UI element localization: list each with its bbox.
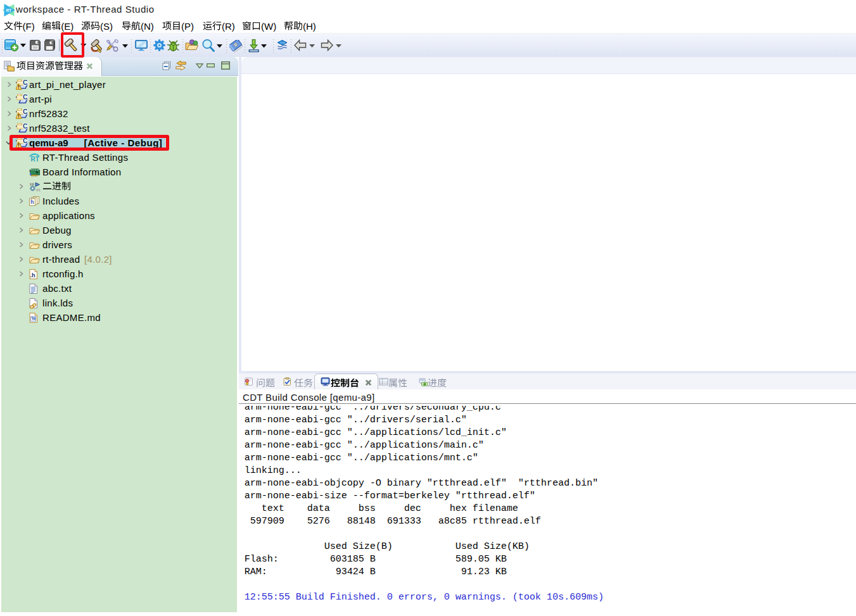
svg-text:W: W <box>32 316 37 322</box>
svg-text:01: 01 <box>36 187 41 192</box>
svg-text:C: C <box>23 123 28 130</box>
svg-text:h: h <box>30 199 34 205</box>
svg-text:RT: RT <box>6 8 11 13</box>
svg-text:C: C <box>23 79 28 86</box>
svg-text:C: C <box>23 94 28 101</box>
svg-text:.h: .h <box>30 272 35 279</box>
svg-text:C: C <box>23 108 28 115</box>
svg-text:SVN: SVN <box>280 42 285 44</box>
svg-text:RT: RT <box>31 156 39 163</box>
svg-text:10: 10 <box>30 182 35 186</box>
